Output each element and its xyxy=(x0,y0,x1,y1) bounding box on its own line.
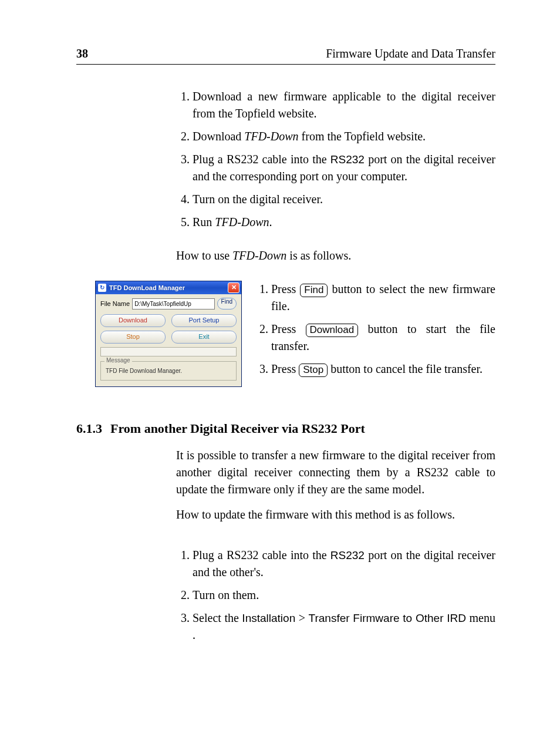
page-number: 38 xyxy=(76,47,88,60)
app-name: TFD-Down xyxy=(215,216,269,228)
paragraph: How to update the firmware with this met… xyxy=(176,506,495,523)
message-group: Message TFD File Download Manager. xyxy=(100,361,237,381)
list-item: Download TFD-Down from the Topfield webs… xyxy=(193,128,495,145)
filename-row: File Name D:\MyTask\TopfieldUp Find xyxy=(100,298,237,309)
filename-label: File Name xyxy=(100,300,130,307)
screenshot-figure: ↻ TFD DownLoad Manager ✕ File Name D:\My… xyxy=(95,281,242,387)
progress-bar xyxy=(100,347,237,356)
exit-button[interactable]: Exit xyxy=(171,331,237,344)
list-item: Select the Installation > Transfer Firmw… xyxy=(193,610,495,644)
page-header: 38 Firmware Update and Data Transfer xyxy=(76,47,495,65)
text: Press xyxy=(271,362,299,375)
text: Select the xyxy=(193,611,242,624)
section-number: 6.1.3 xyxy=(76,421,102,436)
stop-key: Stop xyxy=(299,364,328,377)
message-label: Message xyxy=(104,357,132,364)
text: Download xyxy=(193,130,244,143)
page: 38 Firmware Update and Data Transfer Dow… xyxy=(0,0,560,707)
text: Press xyxy=(271,322,306,335)
button-row-2: Stop Exit xyxy=(100,331,237,344)
running-head: Firmware Update and Data Transfer xyxy=(326,47,495,60)
figure-with-steps: ↻ TFD DownLoad Manager ✕ File Name D:\My… xyxy=(76,281,495,394)
body-block-1: Download a new firmware applicable to th… xyxy=(176,88,495,264)
port-name: RS232 xyxy=(330,549,365,561)
download-button[interactable]: Download xyxy=(100,314,166,327)
text: Press xyxy=(271,282,300,295)
menu-path: Transfer Firmware to Other IRD xyxy=(309,612,467,624)
text: Download a new firmware applicable to th… xyxy=(193,90,495,120)
steps-b: Press Find button to select the new firm… xyxy=(255,281,495,378)
list-item: Turn on the digital receiver. xyxy=(193,191,495,208)
list-item: Plug a RS232 cable into the RS232 port o… xyxy=(193,547,495,581)
text: > xyxy=(295,611,308,624)
text: Turn on the digital receiver. xyxy=(193,193,323,206)
text: from the Topfield website. xyxy=(299,130,426,143)
message-text: TFD File Download Manager. xyxy=(106,368,231,374)
text: Plug a RS232 cable into the xyxy=(193,549,330,561)
text: Run xyxy=(193,216,215,228)
text: is as follows. xyxy=(286,249,351,262)
portsetup-button[interactable]: Port Setup xyxy=(171,314,237,327)
text: . xyxy=(269,216,272,228)
text: How to use xyxy=(176,249,232,262)
port-name: RS232 xyxy=(330,153,365,166)
titlebar: ↻ TFD DownLoad Manager ✕ xyxy=(96,281,241,294)
section-heading-613: 6.1.3From another Digital Receiver via R… xyxy=(76,421,495,436)
app-name: TFD-Down xyxy=(244,130,298,143)
list-item: Press Stop button to cancel the file tra… xyxy=(271,361,495,378)
body-block-613: It is possible to transfer a new firmwar… xyxy=(176,447,495,644)
download-key: Download xyxy=(306,324,359,337)
stop-button[interactable]: Stop xyxy=(100,331,166,344)
list-item: Plug a RS232 cable into the RS232 port o… xyxy=(193,151,495,185)
steps-a: Download a new firmware applicable to th… xyxy=(176,88,495,231)
find-key: Find xyxy=(300,284,328,297)
text: Plug a RS232 cable into the xyxy=(193,153,330,166)
steps-c: Plug a RS232 cable into the RS232 port o… xyxy=(176,547,495,644)
window-title: TFD DownLoad Manager xyxy=(109,284,228,291)
app-icon: ↻ xyxy=(98,284,106,292)
tfd-window: ↻ TFD DownLoad Manager ✕ File Name D:\My… xyxy=(95,281,242,387)
app-name: TFD-Down xyxy=(232,249,286,262)
list-item: Turn on them. xyxy=(193,587,495,604)
list-item: Run TFD-Down. xyxy=(193,214,495,231)
section-title: From another Digital Receiver via RS232 … xyxy=(110,421,365,436)
menu-path: Installation xyxy=(242,612,295,624)
filename-input[interactable]: D:\MyTask\TopfieldUp xyxy=(132,298,214,309)
find-button[interactable]: Find xyxy=(217,298,237,309)
text: Turn on them. xyxy=(193,588,259,601)
howto-tfd-paragraph: How to use TFD-Down is as follows. xyxy=(176,247,495,264)
steps-b-col: Press Find button to select the new firm… xyxy=(255,281,495,394)
paragraph: It is possible to transfer a new firmwar… xyxy=(176,447,495,498)
close-icon[interactable]: ✕ xyxy=(228,282,239,293)
text: button to cancel the file transfer. xyxy=(328,362,483,375)
list-item: Press Find button to select the new firm… xyxy=(271,281,495,315)
client-area: File Name D:\MyTask\TopfieldUp Find Down… xyxy=(96,294,241,386)
button-row-1: Download Port Setup xyxy=(100,314,237,327)
list-item: Download a new firmware applicable to th… xyxy=(193,88,495,122)
list-item: Press Download button to start the file … xyxy=(271,321,495,355)
